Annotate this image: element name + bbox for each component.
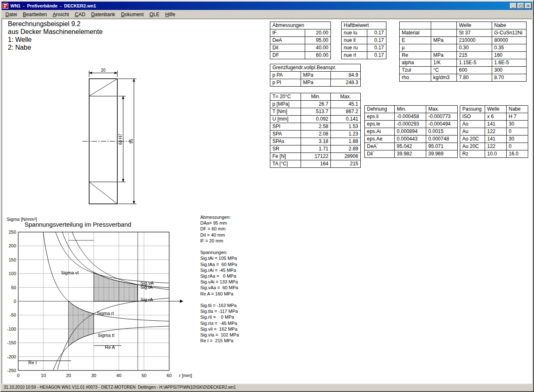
menu-bar: DateiBearbeitenAnsichtCADDatenbankDokume… xyxy=(2,10,532,19)
table-cell: 122 xyxy=(485,143,507,150)
table-cell: 95.00 xyxy=(305,37,331,44)
status-text: 31.10.2010 10:59 - HEXAGON WN1 V11.01 #0… xyxy=(4,385,236,390)
table-cell: 39.969 xyxy=(426,150,458,158)
column-header: Welle xyxy=(485,106,507,113)
table-cell: DeA xyxy=(270,37,305,44)
table-cell: ISO xyxy=(460,113,485,121)
title-bar[interactable]: WN1 - Preßverbände - DECKER2.wn1 _ □ × xyxy=(2,2,532,10)
table-cell: 45.1 xyxy=(331,101,361,108)
table-cell: alpha xyxy=(400,59,431,67)
table-cell: 95.071 xyxy=(426,143,458,150)
table-cell: U [mm] xyxy=(270,116,301,123)
page-title: Berechnungsbeispiel 9.2aus Decker Maschi… xyxy=(8,20,103,51)
menu-item-datenbank[interactable]: Datenbank xyxy=(88,11,118,18)
window-title: WN1 - Preßverbände - DECKER2.wn1 xyxy=(10,3,510,8)
maximize-button[interactable]: □ xyxy=(517,3,524,9)
table-cell: 0.000894 xyxy=(395,128,426,136)
table-row: SPI2.581.53 xyxy=(270,123,361,131)
table-row: eps.Ae0.0004430.000748 xyxy=(365,136,458,143)
table-row: EMPa21000080000 xyxy=(400,37,527,44)
curve-label: Sigma rI xyxy=(97,311,114,316)
table-cell: SR xyxy=(270,145,301,153)
close-button[interactable]: × xyxy=(525,3,532,9)
table-row: Dil´39.98239.969 xyxy=(365,150,458,158)
table-cell: E xyxy=(400,37,431,44)
table-cell: 513.7 xyxy=(301,108,331,116)
menu-item-cad[interactable]: CAD xyxy=(72,11,88,18)
table-cell: 1.15E-5 xyxy=(457,59,492,67)
column-header: Dehnung xyxy=(365,106,395,113)
table-row: p [MPa]26.745.1 xyxy=(270,101,361,108)
hatch-region xyxy=(68,301,94,346)
table-cell: 60.00 xyxy=(305,52,331,59)
menu-item-datei[interactable]: Datei xyxy=(2,11,20,18)
text-line: 2: Nabe xyxy=(8,44,103,51)
table-title: Abmessungen xyxy=(270,22,331,29)
table-cell: 20.00 xyxy=(305,29,331,37)
menu-item-ole[interactable]: OLE xyxy=(147,11,163,18)
x-tick-label: 20 xyxy=(66,373,71,378)
table-cell: 1.6E-5 xyxy=(492,59,527,67)
column-header: Min. xyxy=(395,106,426,113)
curve-label: Sig.tA xyxy=(141,285,153,290)
table-cell: 8.70 xyxy=(492,74,527,82)
table-cell: nue rl xyxy=(342,52,367,59)
y-tick-label: 150 xyxy=(9,257,16,262)
table-row: nue rl0.17 xyxy=(342,52,386,59)
table-cell: 0.092 xyxy=(301,116,331,123)
menu-item-ansicht[interactable]: Ansicht xyxy=(50,11,72,18)
dehnung-table: DehnungMin.Max. eps.li-0.000458-0.000773… xyxy=(364,105,458,158)
table-cell: Tzul xyxy=(400,67,431,74)
table-cell: 40.00 xyxy=(305,44,331,52)
window-controls: _ □ × xyxy=(510,3,532,9)
table-cell: nue ru xyxy=(342,44,367,52)
y-tick-label: -100 xyxy=(7,327,16,332)
table-row: DF60.00 xyxy=(270,52,331,59)
table-cell: MPa xyxy=(431,52,457,59)
table-row: DiI40.00 xyxy=(270,44,331,52)
table-cell: 28906 xyxy=(331,153,361,160)
passung-table: PassungWelleNabe ISOx 6H 7Ao14130Au1220A… xyxy=(460,105,528,158)
table-cell: Material xyxy=(400,29,431,37)
table-row: nue ll0.17 xyxy=(342,37,386,44)
table-cell: 1.71 xyxy=(301,145,331,153)
y-tick-label: 250 xyxy=(9,230,16,235)
minimize-button[interactable]: _ xyxy=(510,3,517,9)
table-cell: T [Nm] xyxy=(270,108,301,116)
menu-item-hilfe[interactable]: Hilfe xyxy=(163,11,178,18)
dim-outer-label: 95 xyxy=(129,139,134,144)
table-cell xyxy=(431,44,457,52)
part-drawing: 20 60 H7 95 xyxy=(79,67,150,212)
table-cell: p [MPa] xyxy=(270,101,301,108)
table-cell: Au xyxy=(460,128,485,136)
table-cell: Au 20C xyxy=(460,143,485,150)
table-row: eps.le-0.000293-0.000494 xyxy=(365,121,458,128)
table-cell: kg/dm3 xyxy=(431,74,457,82)
menu-item-dokument[interactable]: Dokument xyxy=(118,11,147,18)
table-cell: SPA xyxy=(270,131,301,138)
column-header: Welle xyxy=(457,22,492,29)
table-cell: 0 xyxy=(507,128,528,136)
results-text: Abmessungen:DAa= 95 mmDF = 60 mmDiI = 40… xyxy=(200,214,239,344)
table-cell: 3.18 xyxy=(301,138,331,145)
table-row: Au1220 xyxy=(460,128,528,136)
table-cell: p PI xyxy=(270,79,301,87)
table-title: Haftbeiwert xyxy=(342,22,386,29)
table-cell: 17122 xyxy=(301,153,331,160)
dim-width-label: 20 xyxy=(101,68,106,73)
table-cell: nue lu xyxy=(342,29,367,37)
table-cell: Fe [N] xyxy=(270,153,301,160)
text-line: lF = 20 mm xyxy=(200,238,239,244)
table-cell: lF xyxy=(270,29,305,37)
table-row: rhokg/dm37.808.70 xyxy=(400,74,527,82)
table-cell: 0.17 xyxy=(367,52,386,59)
table-row: Rz10.016.0 xyxy=(460,150,528,158)
table-cell: 2.08 xyxy=(301,131,331,138)
table-cell: eps.le xyxy=(365,121,395,128)
table-row: nue ru0.17 xyxy=(342,44,386,52)
text-line: Sig.vAi = 133 MPa xyxy=(200,279,239,285)
column-header: Passung xyxy=(460,106,485,113)
table-cell: 248.3 xyxy=(331,79,361,87)
menu-item-bearbeiten[interactable]: Bearbeiten xyxy=(20,11,50,18)
y-tick-label: -250 xyxy=(7,368,16,373)
